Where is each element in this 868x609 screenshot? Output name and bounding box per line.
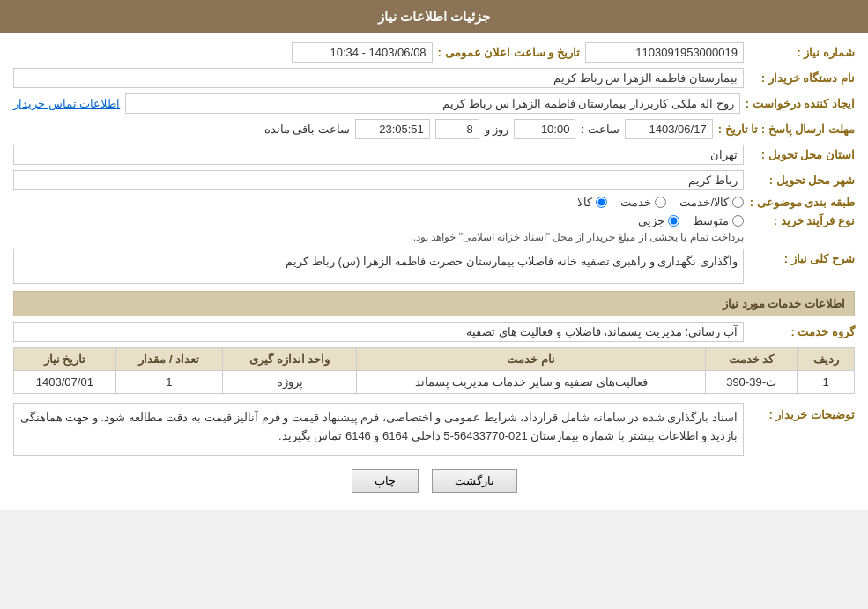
cell-vahed: پروژه: [222, 371, 357, 394]
mohlatErsal-label: مهلت ارسال پاسخ : تا تاریخ :: [718, 123, 855, 136]
services-table: ردیف کد خدمت نام خدمت واحد اندازه گیری ت…: [13, 347, 855, 394]
radio-khedmat-label: خدمت: [620, 196, 651, 209]
table-row: 1ث-39-390فعالیت‌های تصفیه و سایر خدمات م…: [14, 371, 855, 394]
shomareNiaz-label: شماره نیاز :: [749, 46, 855, 59]
radio-kala-label: کالا: [577, 196, 592, 209]
saatBaqi-value: 23:05:51: [355, 119, 430, 139]
col-tarikhNiaz: تاریخ نیاز: [14, 348, 116, 371]
sharhKoli-value: واگذاری نگهداری و راهبری تصفیه خانه فاضل…: [13, 249, 744, 284]
cell-kodKhedmat: ث-39-390: [706, 371, 798, 394]
btn-chap[interactable]: چاپ: [352, 469, 419, 493]
ostan-label: استان محل تحویل :: [749, 148, 855, 161]
namDastgah-value: بیمارستان فاطمه الزهرا س رباط کریم: [13, 68, 744, 88]
rooz-value: 8: [435, 119, 479, 139]
saat-value: 10:00: [514, 119, 575, 139]
page-title: جزئیات اطلاعات نیاز: [0, 0, 868, 33]
button-row: بازگشت چاپ: [13, 469, 855, 493]
radio-kala-khedmat[interactable]: کالا/خدمت: [679, 196, 744, 209]
date-value: 1403/06/17: [625, 119, 713, 139]
col-namKhedmat: نام خدمت: [357, 348, 706, 371]
shomareNiaz-value: 1103091953000019: [585, 42, 744, 63]
radio-motavasset[interactable]: متوسط: [693, 214, 744, 227]
tavazihat-label: توضیحات خریدار :: [749, 403, 855, 421]
tabaqeBandi-options: کالا/خدمت خدمت کالا: [13, 196, 744, 209]
shahr-value: رباط کریم: [13, 170, 744, 190]
radio-motavasset-label: متوسط: [693, 214, 729, 227]
tavazihat-value: اسناد بارگذاری شده در سامانه شامل قراردا…: [13, 403, 744, 456]
cell-namKhedmat: فعالیت‌های تصفیه و سایر خدمات مدیریت پسم…: [357, 371, 706, 394]
radio-jozii[interactable]: جزیی: [638, 214, 679, 227]
cell-tarikhNiaz: 1403/07/01: [14, 371, 116, 394]
radio-kala[interactable]: کالا: [577, 196, 607, 209]
btn-bazgasht[interactable]: بازگشت: [432, 469, 517, 493]
khadamat-section-title: اطلاعات خدمات مورد نیاز: [13, 291, 855, 316]
saatBaqi-label: ساعت باقی مانده: [264, 123, 350, 136]
col-radif: ردیف: [798, 348, 855, 371]
gorohKhedmat-value: آب رسانی؛ مدیریت پسماند، فاضلاب و فعالیت…: [13, 322, 744, 342]
tabaqeBandi-label: طبقه بندی موضوعی :: [749, 196, 855, 209]
rooz-label: روز و: [485, 123, 509, 136]
radio-khedmat[interactable]: خدمت: [620, 196, 666, 209]
gorohKhedmat-label: گروه خدمت :: [749, 325, 855, 338]
namDastgah-label: نام دستگاه خریدار :: [749, 71, 855, 85]
saat-label: ساعت :: [581, 123, 619, 136]
ostan-value: تهران: [13, 145, 744, 165]
noveFarayand-label: نوع فرآیند خرید :: [749, 214, 855, 227]
ijadKonande-value: روح اله ملکی کاربردار بیمارستان فاطمه ال…: [125, 93, 740, 114]
col-vahed: واحد اندازه گیری: [222, 348, 357, 371]
col-kodKhedmat: کد خدمت: [706, 348, 798, 371]
ijadKonande-label: ایجاد کننده درخواست :: [746, 97, 855, 110]
etelaatTamas-link[interactable]: اطلاعات تماس خریدار: [13, 97, 120, 110]
shahr-label: شهر محل تحویل :: [749, 174, 855, 187]
col-tedad: تعداد / مقدار: [115, 348, 222, 371]
farayand-description: پرداخت تمام یا بخشی از مبلغ خریدار از مح…: [13, 231, 744, 243]
sharhKoli-label: شرح کلی نیاز :: [749, 249, 855, 265]
radio-kala-khedmat-label: کالا/خدمت: [679, 196, 729, 209]
cell-tedad: 1: [115, 371, 222, 394]
tarikh-elane-label: تاریخ و ساعت اعلان عمومی :: [438, 46, 580, 59]
radio-jozii-label: جزیی: [638, 214, 664, 227]
cell-radif: 1: [798, 371, 855, 394]
tarikh-elane-value: 1403/06/08 - 10:34: [292, 42, 433, 63]
